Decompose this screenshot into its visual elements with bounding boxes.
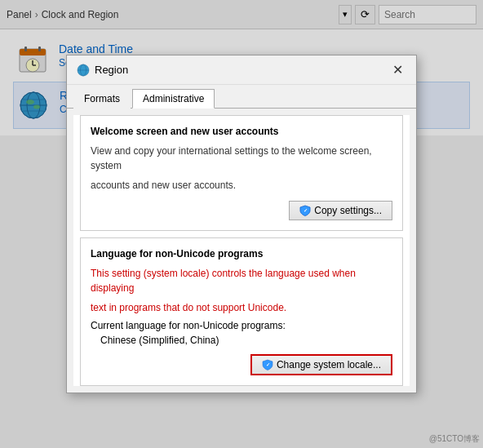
language-section: Language for non-Unicode programs This s… xyxy=(80,237,403,386)
language-section-title: Language for non-Unicode programs xyxy=(91,248,392,259)
region-dialog: Region ✕ Formats Administrative Welcome … xyxy=(66,55,417,393)
welcome-section-footer: ✓ Copy settings... xyxy=(91,201,392,220)
dialog-title: Region xyxy=(77,64,128,77)
tab-formats[interactable]: Formats xyxy=(73,89,131,109)
welcome-section-title: Welcome screen and new user accounts xyxy=(91,126,392,137)
dialog-titlebar: Region ✕ xyxy=(67,55,416,85)
change-locale-label: Change system locale... xyxy=(277,359,381,370)
language-desc1: This setting (system locale) controls th… xyxy=(91,266,392,295)
shield-icon-locale: ✓ xyxy=(262,359,273,370)
current-language-value: Chinese (Simplified, China) xyxy=(100,335,392,346)
watermark: @51CTO博客 xyxy=(429,433,480,445)
welcome-section: Welcome screen and new user accounts Vie… xyxy=(80,115,403,231)
modal-overlay: Region ✕ Formats Administrative Welcome … xyxy=(0,0,483,448)
copy-settings-button[interactable]: ✓ Copy settings... xyxy=(289,201,392,220)
welcome-desc1: View and copy your international setting… xyxy=(91,144,392,173)
dialog-close-button[interactable]: ✕ xyxy=(389,62,406,78)
dialog-title-text: Region xyxy=(95,64,128,76)
language-section-footer: ✓ Change system locale... xyxy=(91,354,392,375)
welcome-section-body: View and copy your international setting… xyxy=(91,144,392,193)
welcome-desc2: accounts and new user accounts. xyxy=(91,178,392,193)
dialog-globe-icon xyxy=(77,64,90,77)
change-locale-button[interactable]: ✓ Change system locale... xyxy=(250,354,392,375)
copy-settings-label: Copy settings... xyxy=(314,205,382,216)
svg-text:✓: ✓ xyxy=(304,208,308,213)
language-section-body: This setting (system locale) controls th… xyxy=(91,266,392,315)
dialog-tabs: Formats Administrative xyxy=(67,85,416,109)
dialog-body: Welcome screen and new user accounts Vie… xyxy=(73,115,410,386)
language-desc2: text in programs that do not support Uni… xyxy=(91,300,392,315)
tab-administrative[interactable]: Administrative xyxy=(132,89,215,109)
current-language-label: Current language for non-Unicode program… xyxy=(91,320,392,331)
shield-icon-copy: ✓ xyxy=(299,205,311,216)
svg-text:✓: ✓ xyxy=(265,362,269,367)
